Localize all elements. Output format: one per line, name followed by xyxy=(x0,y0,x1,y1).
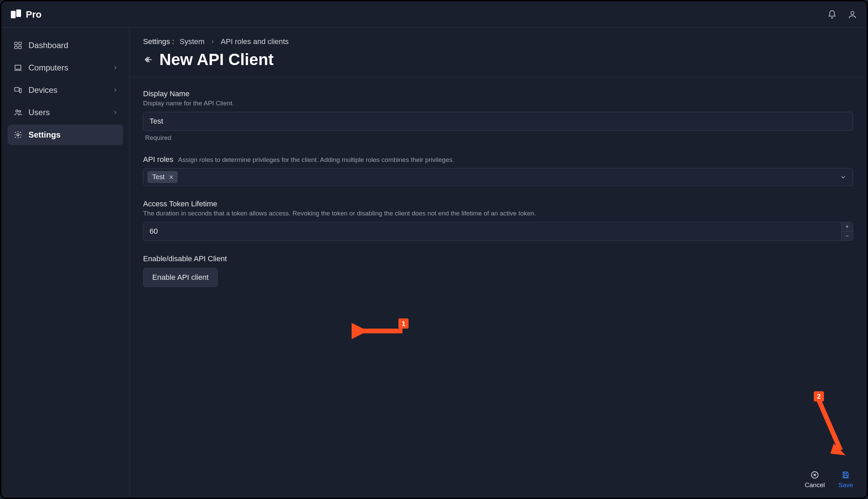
token-lifetime-input[interactable] xyxy=(143,222,841,241)
close-icon[interactable] xyxy=(168,174,174,180)
breadcrumb-api-roles[interactable]: API roles and clients xyxy=(221,37,289,46)
enable-client-label: Enable/disable API Client xyxy=(143,254,853,263)
sidebar-item-settings[interactable]: Settings xyxy=(8,125,123,145)
token-lifetime-sub: The duration in seconds that a token all… xyxy=(143,210,853,217)
svg-rect-9 xyxy=(19,89,21,93)
svg-rect-3 xyxy=(15,42,17,45)
svg-point-11 xyxy=(19,110,21,112)
svg-point-12 xyxy=(17,134,19,136)
breadcrumb-prefix: Settings : xyxy=(143,37,174,46)
svg-rect-0 xyxy=(11,11,15,18)
cancel-icon xyxy=(810,471,819,479)
annotation-badge-1: 1 xyxy=(399,318,408,329)
enable-client-group: Enable/disable API Client Enable API cli… xyxy=(143,254,853,287)
brand-name: Pro xyxy=(26,9,42,20)
svg-rect-4 xyxy=(19,42,21,45)
sidebar-item-label: Settings xyxy=(28,130,61,139)
sidebar-item-users[interactable]: Users xyxy=(8,102,123,123)
main-header: Settings : System API roles and clients … xyxy=(130,28,867,77)
chevron-right-icon xyxy=(210,39,215,44)
svg-rect-1 xyxy=(16,10,21,17)
chevron-right-icon xyxy=(112,109,118,115)
stepper-down[interactable]: − xyxy=(842,232,853,241)
annotation-arrow-1: 1 xyxy=(352,319,413,343)
breadcrumb-system[interactable]: System xyxy=(180,37,204,46)
save-button[interactable]: Save xyxy=(839,471,853,489)
svg-rect-8 xyxy=(15,87,19,91)
main-content: Settings : System API roles and clients … xyxy=(130,28,867,498)
display-name-group: Display Name Display name for the API Cl… xyxy=(143,89,853,142)
role-chip: Test xyxy=(147,171,178,183)
sidebar-item-dashboard[interactable]: Dashboard xyxy=(8,35,123,56)
annotation-arrow-2: 2 xyxy=(801,393,849,467)
enable-api-client-button[interactable]: Enable API client xyxy=(143,268,218,287)
form-area: Display Name Display name for the API Cl… xyxy=(130,77,867,498)
stepper-up[interactable]: + xyxy=(842,222,853,232)
gear-icon xyxy=(14,131,22,139)
api-roles-label: API roles xyxy=(143,155,173,164)
laptop-icon xyxy=(14,63,22,72)
display-name-helper: Required xyxy=(143,134,853,142)
display-name-input[interactable] xyxy=(143,112,853,131)
users-icon xyxy=(14,108,22,117)
cancel-label: Cancel xyxy=(805,482,825,489)
bell-icon[interactable] xyxy=(827,10,837,19)
breadcrumbs: Settings : System API roles and clients xyxy=(143,37,853,46)
chevron-right-icon xyxy=(112,65,118,71)
display-name-sub: Display name for the API Client. xyxy=(143,100,853,107)
token-lifetime-field: + − xyxy=(143,222,853,241)
sidebar-item-label: Computers xyxy=(28,63,68,73)
topbar: Pro xyxy=(1,1,867,28)
svg-rect-5 xyxy=(15,46,17,49)
back-arrow-icon[interactable] xyxy=(143,54,153,65)
footer-actions: Cancel Save xyxy=(805,471,853,489)
save-icon xyxy=(841,471,850,479)
user-icon[interactable] xyxy=(848,10,857,19)
sidebar-item-computers[interactable]: Computers xyxy=(8,58,123,78)
token-lifetime-label: Access Token Lifetime xyxy=(143,199,853,208)
api-roles-combobox[interactable]: Test xyxy=(143,168,853,186)
sidebar: Dashboard Computers Devices Users Settin… xyxy=(1,28,130,498)
svg-rect-14 xyxy=(844,475,847,478)
chevron-right-icon xyxy=(112,87,118,93)
display-name-label: Display Name xyxy=(143,89,853,98)
sidebar-item-label: Dashboard xyxy=(28,41,68,50)
cancel-button[interactable]: Cancel xyxy=(805,471,825,489)
svg-point-2 xyxy=(851,11,854,14)
token-lifetime-group: Access Token Lifetime The duration in se… xyxy=(143,199,853,241)
brand-block[interactable]: Pro xyxy=(11,9,42,20)
role-chip-label: Test xyxy=(152,173,165,181)
svg-rect-7 xyxy=(15,65,21,69)
page-title: New API Client xyxy=(159,50,274,69)
dashboard-icon xyxy=(14,41,22,50)
svg-rect-6 xyxy=(19,46,21,49)
sidebar-item-label: Users xyxy=(28,108,50,117)
api-roles-group: API roles Assign roles to determine priv… xyxy=(143,155,853,186)
api-roles-sub: Assign roles to determine privileges for… xyxy=(178,156,454,163)
chevron-down-icon[interactable] xyxy=(840,174,847,181)
devices-icon xyxy=(14,86,22,95)
annotation-badge-2: 2 xyxy=(814,391,824,401)
svg-point-10 xyxy=(16,110,18,112)
brand-logo-icon xyxy=(11,10,21,20)
save-label: Save xyxy=(839,482,853,489)
sidebar-item-label: Devices xyxy=(28,85,57,95)
sidebar-item-devices[interactable]: Devices xyxy=(8,80,123,100)
